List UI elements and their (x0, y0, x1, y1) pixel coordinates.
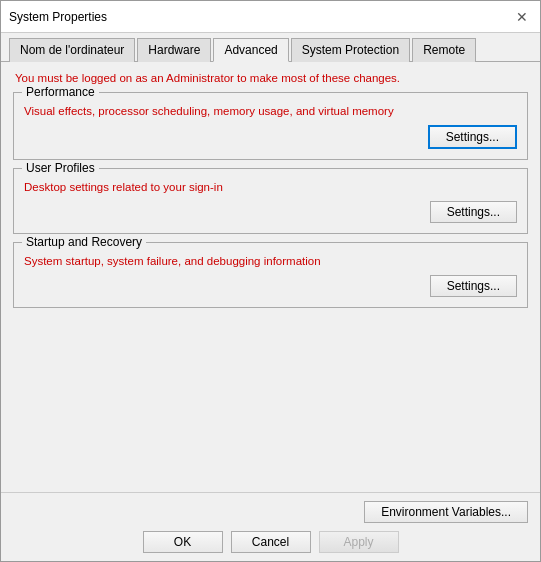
startup-recovery-settings-row: Settings... (24, 275, 517, 297)
apply-button[interactable]: Apply (319, 531, 399, 553)
user-profiles-settings-button[interactable]: Settings... (430, 201, 517, 223)
tab-remote[interactable]: Remote (412, 38, 476, 62)
cancel-button[interactable]: Cancel (231, 531, 311, 553)
startup-recovery-settings-button[interactable]: Settings... (430, 275, 517, 297)
tab-bar: Nom de l'ordinateur Hardware Advanced Sy… (1, 33, 540, 62)
startup-recovery-group-label: Startup and Recovery (22, 235, 146, 249)
startup-recovery-description: System startup, system failure, and debu… (24, 255, 517, 267)
tab-advanced[interactable]: Advanced (213, 38, 288, 62)
window-title: System Properties (9, 10, 107, 24)
ok-button[interactable]: OK (143, 531, 223, 553)
performance-description: Visual effects, processor scheduling, me… (24, 105, 517, 117)
title-bar: System Properties ✕ (1, 1, 540, 33)
tab-nom-ordinateur[interactable]: Nom de l'ordinateur (9, 38, 135, 62)
environment-variables-button[interactable]: Environment Variables... (364, 501, 528, 523)
tab-hardware[interactable]: Hardware (137, 38, 211, 62)
user-profiles-description: Desktop settings related to your sign-in (24, 181, 517, 193)
startup-recovery-group: Startup and Recovery System startup, sys… (13, 242, 528, 308)
main-content: You must be logged on as an Administrato… (1, 62, 540, 492)
tab-system-protection[interactable]: System Protection (291, 38, 410, 62)
user-profiles-settings-row: Settings... (24, 201, 517, 223)
performance-group: Performance Visual effects, processor sc… (13, 92, 528, 160)
user-profiles-group: User Profiles Desktop settings related t… (13, 168, 528, 234)
performance-settings-row: Settings... (24, 125, 517, 149)
env-variables-row: Environment Variables... (13, 501, 528, 523)
footer: Environment Variables... OK Cancel Apply (1, 492, 540, 561)
performance-settings-button[interactable]: Settings... (428, 125, 517, 149)
performance-group-label: Performance (22, 85, 99, 99)
system-properties-window: System Properties ✕ Nom de l'ordinateur … (0, 0, 541, 562)
bottom-buttons: OK Cancel Apply (13, 531, 528, 553)
close-button[interactable]: ✕ (512, 7, 532, 27)
admin-warning-text: You must be logged on as an Administrato… (13, 72, 528, 84)
user-profiles-group-label: User Profiles (22, 161, 99, 175)
